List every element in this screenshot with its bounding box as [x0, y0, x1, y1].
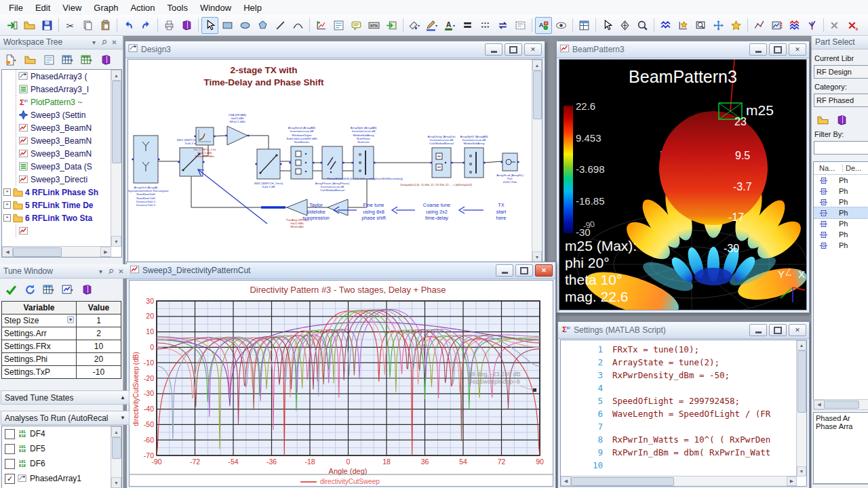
graphaxes-button[interactable] [313, 17, 330, 34]
scroll-right-icon[interactable]: ▶ [787, 476, 797, 486]
save-button[interactable] [39, 17, 56, 34]
zoomarea-button[interactable] [692, 17, 709, 34]
form-button[interactable] [41, 52, 57, 68]
code-line[interactable]: 2ArrayState = tune(2); [561, 356, 796, 369]
form-button[interactable] [330, 17, 347, 34]
script-editor[interactable]: 1FRxTx = tune(10);2ArrayState = tune(2);… [560, 340, 807, 487]
tree-item[interactable] [2, 224, 121, 237]
script-vscrollbar[interactable]: ▲ ▼ [796, 340, 806, 476]
book-button[interactable] [178, 17, 195, 34]
props-button[interactable] [576, 17, 593, 34]
analysis-checkbox[interactable] [5, 459, 15, 469]
part-list[interactable]: Na...De...PhPhPhPhPhPhPh [813, 161, 868, 400]
restore-button[interactable] [515, 264, 533, 277]
bucket-button[interactable]: ▾ [406, 17, 423, 34]
scroll-thumb[interactable] [797, 350, 806, 413]
dropdown-icon[interactable]: ▾ [90, 58, 94, 62]
part-row[interactable]: Ph [814, 207, 868, 218]
chartstar-button[interactable] [675, 17, 692, 34]
dropdown-icon[interactable]: ▼ [120, 415, 125, 421]
scroll-left-icon[interactable]: ◀ [561, 476, 571, 486]
analysis-checkbox[interactable] [5, 429, 15, 439]
pointer2-button[interactable] [599, 17, 616, 34]
scroll-thumb[interactable] [571, 477, 674, 486]
settings-script-window[interactable]: Σx² Settings (MATLAB Script) ✕ 1FRxTx = … [557, 321, 810, 488]
part-list-hscrollbar[interactable]: ◀ [813, 399, 868, 410]
close-icon[interactable]: ✕ [109, 39, 119, 46]
tune-variable-table[interactable]: VariableValueStep Size▾1Settings.Arr2Set… [1, 301, 121, 379]
scroll-left-icon[interactable]: ◀ [814, 400, 825, 409]
value-cell[interactable]: -10 [77, 366, 121, 379]
imagebox-button[interactable] [768, 17, 785, 34]
open-button[interactable] [814, 112, 831, 128]
workspace-tree-list[interactable]: PhasedArray3 (PhasedArray3_IΣx²PlotPatte… [1, 69, 122, 258]
scroll-right-icon[interactable]: ▶ [100, 247, 111, 257]
textframe-button[interactable] [512, 17, 529, 34]
filter-input[interactable] [814, 141, 868, 155]
close-button[interactable]: ✕ [535, 264, 553, 277]
menu-item-help[interactable]: Help [237, 1, 268, 14]
scroll-thumb[interactable] [533, 70, 542, 119]
restore-button[interactable] [769, 324, 787, 336]
curve-button[interactable] [290, 17, 307, 34]
variable-cell[interactable]: Settings.FRx [2, 340, 77, 353]
polygon-button[interactable] [254, 17, 271, 34]
note-button[interactable] [348, 17, 365, 34]
zoom-button[interactable] [634, 17, 651, 34]
directivity-plot-area[interactable]: Directivity Pattern #3 - Two stages, Del… [129, 280, 553, 487]
variable-cell[interactable]: Settings.Phi [2, 353, 77, 366]
scroll-up-icon[interactable]: ▲ [111, 426, 121, 437]
analyses-to-run-bar[interactable]: Analyses To Run (AutoRecal ▼ [1, 411, 130, 425]
analysis-checkbox[interactable] [5, 444, 15, 454]
fontcolor-button[interactable]: A▾ [441, 17, 458, 34]
antenna-button[interactable] [804, 17, 821, 34]
expand-icon[interactable]: + [3, 201, 11, 209]
design3-canvas[interactable]: 2-stage TX withTime-Delay and Phase Shif… [127, 59, 542, 263]
dropdown-icon[interactable]: ▾ [435, 23, 439, 28]
minimize-button[interactable] [749, 43, 767, 56]
dropdown-icon[interactable]: ▾ [418, 23, 422, 28]
value-cell[interactable]: 1 [77, 314, 121, 327]
code-line[interactable]: 5SpeedOfLight = 299792458; [561, 394, 796, 407]
beampattern3-window[interactable]: BeamPattern3 ✕ -904522.69.453-3.698-16.8… [556, 41, 810, 313]
expand-icon[interactable]: + [3, 214, 11, 222]
beampattern3-canvas[interactable]: -904522.69.453-3.698-16.85-30239.5-3.7-1… [559, 59, 807, 310]
open-button[interactable] [22, 52, 38, 68]
scroll-down-icon[interactable]: ▼ [111, 236, 121, 247]
waves-button[interactable] [657, 17, 674, 34]
tree-item[interactable]: +5 RFLink Time De [2, 199, 121, 211]
check-button[interactable] [3, 281, 19, 298]
nodes-button[interactable] [751, 17, 768, 34]
part-row[interactable]: Ph [814, 186, 868, 197]
dashlines-button[interactable] [477, 17, 494, 34]
code-line[interactable]: 1FRxTx = tune(10); [561, 343, 796, 356]
paste-button[interactable] [97, 17, 114, 34]
gridgreen-button[interactable]: ▾ [79, 52, 95, 68]
value-cell[interactable]: 10 [77, 340, 121, 353]
refresh-button[interactable] [22, 281, 38, 298]
ashapes-button[interactable]: A [535, 17, 552, 34]
minimize-button[interactable] [749, 324, 767, 336]
combo-dropdown-icon[interactable]: ▾ [67, 316, 74, 323]
analyses-vscrollbar[interactable]: ▲▼ [111, 426, 121, 488]
tree-item[interactable]: Σx²PlotPattern3 ~ [2, 96, 121, 108]
directivity-window[interactable]: Sweep3_DirectivityPatternCut ✕ Directivi… [126, 262, 556, 488]
star-button[interactable] [728, 17, 745, 34]
thicklines-button[interactable] [459, 17, 476, 34]
part-row[interactable]: Ph [814, 240, 868, 251]
undo-button[interactable] [120, 17, 137, 34]
code-line[interactable]: 4 [561, 382, 796, 394]
tree-item[interactable]: Sweep3_Data (S [2, 160, 121, 173]
part-row[interactable]: Ph [814, 175, 868, 186]
collapse-icon[interactable]: ▲ [120, 394, 125, 401]
category-select[interactable]: RF Phased [814, 94, 868, 107]
pin-icon[interactable]: ⚲ [104, 265, 117, 277]
analysis-checkbox[interactable]: ✓ [5, 474, 15, 484]
close-button[interactable]: ✕ [789, 43, 806, 56]
design-vscrollbar[interactable]: ▲ ▼ [532, 60, 542, 262]
analysis-item[interactable]: 101010DF4 [2, 426, 121, 441]
code-line[interactable]: 9RxPwrIn_dBm = dbm( RxPwrIn_Watt [561, 446, 796, 459]
tree-item[interactable]: PhasedArray3 ( [2, 70, 121, 83]
close-button[interactable]: ✕ [524, 43, 542, 56]
redo-button[interactable] [138, 17, 155, 34]
